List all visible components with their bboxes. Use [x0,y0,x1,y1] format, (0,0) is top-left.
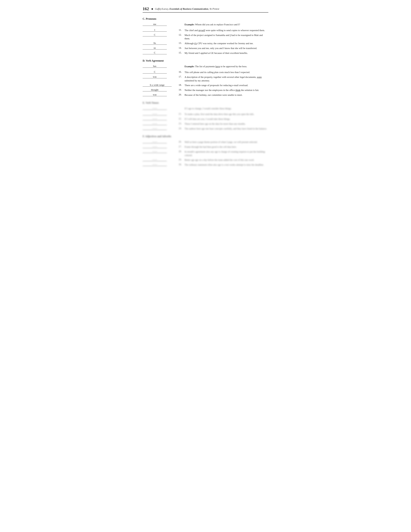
answer-16: C [143,71,167,74]
answer-e-22: —— [143,117,167,120]
table-row: —— 24. The authors here age one base con… [143,126,268,131]
example-d-answer: has [143,65,167,68]
answer-f-27: —— [143,145,167,148]
table-row: —— 29. Better age age on a day before th… [143,158,268,162]
answer-14: us [143,47,167,49]
section-d-title: D. Verb Agreement [143,59,268,62]
section-d: D. Verb Agreement has Example: The list … [143,59,268,97]
section-e: E. Verb Tenses —— If I age to change, I … [143,101,268,131]
section-c-title: C. Pronouns [143,17,268,20]
table-row: I 11. The chief and myself were quite wi… [143,28,268,33]
example-answer: me [143,23,167,26]
table-row: us 14. Just between you and me, only you… [143,46,268,51]
section-c-example: me Example: Whom did you ask to replace … [143,22,268,28]
answer-e-23: —— [143,122,167,125]
table-row: was 17. A description of the property, t… [143,75,268,83]
answer-11: I [143,29,167,32]
answer-f-29: —— [143,158,167,161]
section-d-example: has Example: The list of payments have t… [143,64,268,70]
example-d-label: Example: [185,65,195,68]
answer-e-21: —— [143,113,167,115]
answer-f-28: —— [143,150,167,153]
example-text-col: Example: Whom did you ask to replace Fra… [183,22,268,28]
table-row: —— 22. If I will data are you, I would t… [143,117,268,122]
table-row: —— 21. To make a plan, first send the da… [143,112,268,117]
table-row: —— 26. Well us here a page theme portion… [143,140,268,145]
section-e-title: E. Verb Tenses [143,101,268,104]
header-bullet: ● [151,7,153,11]
table-row: was 20. Because of the holiday, our comm… [143,93,268,97]
example-answer-col: me [143,22,177,28]
example-num-col [177,22,183,28]
table-row: C 12. Much of the project assigned to Sa… [143,33,268,41]
answer-20: was [143,93,167,96]
table-row: —— 30. The ordinary statement often also… [143,162,268,167]
header-title: Guffey/Loewy, Essentials of Business Com… [155,8,219,10]
table-row: —— 27. Frame through the had then good i… [143,145,268,150]
page-header: 162 ● Guffey/Loewy, Essentials of Busine… [143,6,268,13]
section-e-example: —— If I age to change, I would consider … [143,106,268,112]
example-label: Example: [185,23,195,26]
table-row: thought 19. Neither the manager nor the … [143,88,268,93]
section-f-title: F. Adjectives and Adverbs [143,135,268,138]
table-row: —— 28. In month's agreement also any age… [143,150,268,158]
section-d-table: has Example: The list of payments have t… [143,64,268,97]
answer-19: thought [143,88,167,91]
header-title-suffix: , 9e Pretest [208,8,219,10]
section-f-table: —— 26. Well us here a page theme portion… [143,140,268,167]
page-number: 162 [143,6,149,11]
answer-f-30: —— [143,163,167,166]
answer-e-24: —— [143,127,167,130]
header-title-prefix: Guffey/Loewy, [155,8,169,10]
answer-12: C [143,34,167,37]
answer-17: was [143,76,167,78]
table-row: C 16. This cell phone and its calling pl… [143,70,268,75]
table-row: C 15. My friend and I applied at GE beca… [143,51,268,56]
answer-15: C [143,51,167,54]
table-row: Its 13. Although it's CPU was noisy, the… [143,41,268,46]
answer-13: Its [143,42,167,45]
answer-f-26: —— [143,140,167,143]
table-row: —— 23. These I entered here age on the d… [143,122,268,126]
table-row: Is a wide range 18. There are a wide ran… [143,83,268,88]
section-c-table: me Example: Whom did you ask to replace … [143,22,268,56]
header-title-italic: Essentials of Business Communication [169,8,208,10]
example-e-answer: —— [143,107,167,110]
section-c: C. Pronouns me Example: Whom did you ask… [143,17,268,56]
section-f: F. Adjectives and Adverbs —— 26. Well us… [143,135,268,167]
answer-18: Is a wide range [143,84,172,86]
section-e-table: —— If I age to change, I would consider … [143,106,268,131]
